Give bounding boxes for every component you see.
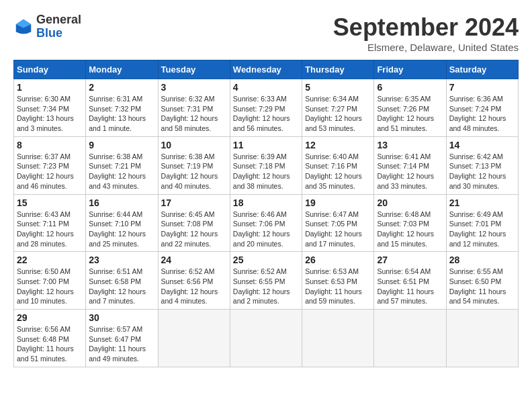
day-cell-15: 15 Sunrise: 6:43 AM Sunset: 7:11 PM Dayl… [14,194,86,252]
day-cell-4: 4 Sunrise: 6:33 AM Sunset: 7:29 PM Dayli… [230,79,302,137]
day-number: 21 [449,197,515,208]
col-friday: Friday [374,60,446,79]
day-number: 16 [89,197,154,208]
day-info: Sunrise: 6:36 AM Sunset: 7:24 PM Dayligh… [449,94,515,134]
logo-icon [13,17,34,37]
col-wednesday: Wednesday [230,60,302,79]
calendar-week-row: 22 Sunrise: 6:50 AM Sunset: 7:00 PM Dayl… [14,252,519,310]
day-number: 18 [233,197,299,208]
day-number: 19 [305,197,371,208]
location-subtitle: Elsmere, Delaware, United States [333,42,519,53]
day-info: Sunrise: 6:37 AM Sunset: 7:23 PM Dayligh… [17,152,83,191]
day-cell-1: 1 Sunrise: 6:30 AM Sunset: 7:34 PM Dayli… [14,79,86,137]
calendar-week-row: 29 Sunrise: 6:56 AM Sunset: 6:48 PM Dayl… [14,310,519,367]
calendar-week-row: 15 Sunrise: 6:43 AM Sunset: 7:11 PM Dayl… [14,194,519,252]
day-cell-13: 13 Sunrise: 6:41 AM Sunset: 7:14 PM Dayl… [374,136,446,194]
day-info: Sunrise: 6:55 AM Sunset: 6:50 PM Dayligh… [449,267,515,306]
day-number: 30 [89,312,154,323]
day-cell-18: 18 Sunrise: 6:46 AM Sunset: 7:06 PM Dayl… [230,194,302,252]
day-info: Sunrise: 6:49 AM Sunset: 7:01 PM Dayligh… [449,210,515,249]
col-monday: Monday [86,60,158,79]
day-cell-19: 19 Sunrise: 6:47 AM Sunset: 7:05 PM Dayl… [302,194,374,252]
day-info: Sunrise: 6:56 AM Sunset: 6:48 PM Dayligh… [17,324,83,364]
day-info: Sunrise: 6:33 AM Sunset: 7:29 PM Dayligh… [233,94,299,134]
day-info: Sunrise: 6:57 AM Sunset: 6:47 PM Dayligh… [89,324,154,364]
logo-text: General Blue [36,13,81,40]
day-number: 26 [305,255,371,265]
day-cell-11: 11 Sunrise: 6:39 AM Sunset: 7:18 PM Dayl… [230,136,302,194]
day-number: 22 [17,255,83,265]
day-cell-10: 10 Sunrise: 6:38 AM Sunset: 7:19 PM Dayl… [158,136,230,194]
empty-cell [302,310,374,367]
calendar-table: Sunday Monday Tuesday Wednesday Thursday… [13,60,519,367]
day-cell-6: 6 Sunrise: 6:35 AM Sunset: 7:26 PM Dayli… [374,79,446,137]
day-info: Sunrise: 6:41 AM Sunset: 7:14 PM Dayligh… [377,152,443,191]
day-cell-22: 22 Sunrise: 6:50 AM Sunset: 7:00 PM Dayl… [14,252,86,310]
day-info: Sunrise: 6:45 AM Sunset: 7:08 PM Dayligh… [161,210,227,249]
day-cell-8: 8 Sunrise: 6:37 AM Sunset: 7:23 PM Dayli… [14,136,86,194]
day-cell-21: 21 Sunrise: 6:49 AM Sunset: 7:01 PM Dayl… [446,194,518,252]
day-cell-20: 20 Sunrise: 6:48 AM Sunset: 7:03 PM Dayl… [374,194,446,252]
day-number: 12 [305,140,371,150]
day-number: 29 [17,312,83,323]
empty-cell [374,310,446,367]
day-number: 17 [161,197,227,208]
day-number: 24 [161,255,227,265]
day-cell-12: 12 Sunrise: 6:40 AM Sunset: 7:16 PM Dayl… [302,136,374,194]
day-cell-5: 5 Sunrise: 6:34 AM Sunset: 7:27 PM Dayli… [302,79,374,137]
day-number: 25 [233,255,299,265]
calendar-header-row: Sunday Monday Tuesday Wednesday Thursday… [14,60,519,79]
day-info: Sunrise: 6:54 AM Sunset: 6:51 PM Dayligh… [377,267,443,306]
day-number: 3 [161,82,227,93]
day-cell-28: 28 Sunrise: 6:55 AM Sunset: 6:50 PM Dayl… [446,252,518,310]
day-number: 23 [89,255,154,265]
calendar-week-row: 1 Sunrise: 6:30 AM Sunset: 7:34 PM Dayli… [14,79,519,137]
day-number: 28 [449,255,515,265]
day-number: 11 [233,140,299,150]
day-info: Sunrise: 6:38 AM Sunset: 7:19 PM Dayligh… [161,152,227,191]
day-number: 5 [305,82,371,93]
day-number: 14 [449,140,515,150]
title-area: September 2024 Elsmere, Delaware, United… [333,13,519,53]
col-sunday: Sunday [14,60,86,79]
day-info: Sunrise: 6:50 AM Sunset: 7:00 PM Dayligh… [17,267,83,306]
page-header: General Blue September 2024 Elsmere, Del… [13,13,519,53]
col-tuesday: Tuesday [158,60,230,79]
day-cell-3: 3 Sunrise: 6:32 AM Sunset: 7:31 PM Dayli… [158,79,230,137]
day-number: 15 [17,197,83,208]
day-info: Sunrise: 6:53 AM Sunset: 6:53 PM Dayligh… [305,267,371,306]
day-number: 4 [233,82,299,93]
day-info: Sunrise: 6:44 AM Sunset: 7:10 PM Dayligh… [89,210,154,249]
day-number: 9 [89,140,154,150]
day-number: 6 [377,82,443,93]
day-number: 20 [377,197,443,208]
day-number: 8 [17,140,83,150]
day-info: Sunrise: 6:40 AM Sunset: 7:16 PM Dayligh… [305,152,371,191]
day-info: Sunrise: 6:31 AM Sunset: 7:32 PM Dayligh… [89,94,154,134]
day-cell-9: 9 Sunrise: 6:38 AM Sunset: 7:21 PM Dayli… [86,136,158,194]
day-info: Sunrise: 6:48 AM Sunset: 7:03 PM Dayligh… [377,210,443,249]
empty-cell [230,310,302,367]
day-cell-26: 26 Sunrise: 6:53 AM Sunset: 6:53 PM Dayl… [302,252,374,310]
day-info: Sunrise: 6:51 AM Sunset: 6:58 PM Dayligh… [89,267,154,306]
day-info: Sunrise: 6:34 AM Sunset: 7:27 PM Dayligh… [305,94,371,134]
empty-cell [446,310,518,367]
calendar-week-row: 8 Sunrise: 6:37 AM Sunset: 7:23 PM Dayli… [14,136,519,194]
day-cell-14: 14 Sunrise: 6:42 AM Sunset: 7:13 PM Dayl… [446,136,518,194]
logo: General Blue [13,13,81,40]
day-cell-7: 7 Sunrise: 6:36 AM Sunset: 7:24 PM Dayli… [446,79,518,137]
empty-cell [158,310,230,367]
day-cell-2: 2 Sunrise: 6:31 AM Sunset: 7:32 PM Dayli… [86,79,158,137]
day-info: Sunrise: 6:46 AM Sunset: 7:06 PM Dayligh… [233,210,299,249]
day-cell-23: 23 Sunrise: 6:51 AM Sunset: 6:58 PM Dayl… [86,252,158,310]
day-number: 1 [17,82,83,93]
day-info: Sunrise: 6:42 AM Sunset: 7:13 PM Dayligh… [449,152,515,191]
day-info: Sunrise: 6:35 AM Sunset: 7:26 PM Dayligh… [377,94,443,134]
day-cell-30: 30 Sunrise: 6:57 AM Sunset: 6:47 PM Dayl… [86,310,158,367]
col-saturday: Saturday [446,60,518,79]
month-title: September 2024 [333,13,519,42]
day-info: Sunrise: 6:32 AM Sunset: 7:31 PM Dayligh… [161,94,227,134]
day-info: Sunrise: 6:47 AM Sunset: 7:05 PM Dayligh… [305,210,371,249]
day-cell-17: 17 Sunrise: 6:45 AM Sunset: 7:08 PM Dayl… [158,194,230,252]
col-thursday: Thursday [302,60,374,79]
